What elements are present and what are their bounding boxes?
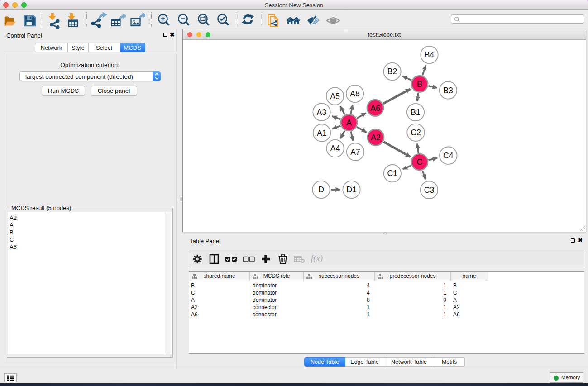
svg-text:A6: A6 [370,104,380,113]
svg-text:B3: B3 [443,86,453,95]
svg-text:D1: D1 [346,185,356,194]
svg-text:B: B [417,80,422,89]
svg-text:A1: A1 [317,129,326,138]
svg-text:C1: C1 [387,169,397,178]
svg-text:C4: C4 [443,151,454,160]
svg-text:D: D [318,185,324,194]
svg-text:A2: A2 [371,133,381,142]
svg-text:A7: A7 [350,148,360,157]
svg-text:B4: B4 [425,50,435,59]
svg-text:B1: B1 [411,108,420,117]
svg-text:C2: C2 [411,128,421,137]
svg-text:A5: A5 [330,92,339,101]
svg-text:C: C [417,157,423,167]
svg-text:C3: C3 [424,186,434,195]
svg-text:A3: A3 [317,108,326,117]
svg-text:B2: B2 [387,67,397,76]
svg-text:A: A [346,118,352,127]
svg-text:A8: A8 [350,89,359,98]
svg-text:A4: A4 [330,144,340,153]
